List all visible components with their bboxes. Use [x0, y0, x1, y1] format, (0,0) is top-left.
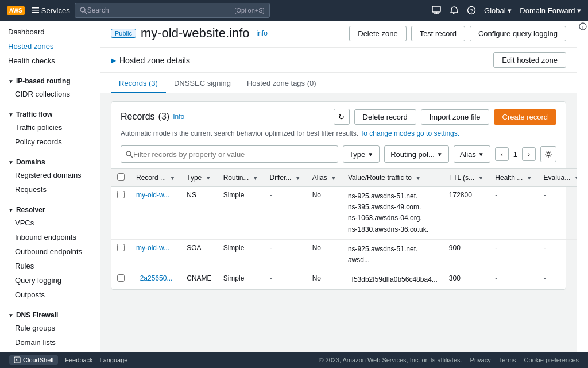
sidebar-item-outbound-endpoints[interactable]: Outbound endpoints	[0, 244, 100, 259]
col-differ: Differ... ▼	[264, 169, 307, 187]
feedback-link[interactable]: Feedback	[65, 356, 92, 363]
delete-record-button[interactable]: Delete record	[354, 109, 416, 125]
delete-zone-button[interactable]: Delete zone	[349, 26, 406, 41]
search-records-input[interactable]	[133, 150, 333, 159]
select-all-checkbox[interactable]	[117, 173, 125, 181]
sidebar-section-resolver[interactable]: ▼ Resolver	[0, 201, 100, 216]
tab-records[interactable]: Records (3)	[111, 73, 166, 93]
sidebar-item-registered-domains[interactable]: Registered domains	[0, 168, 100, 182]
sidebar-section-traffic-flow[interactable]: ▼ Traffic flow	[0, 106, 100, 120]
row-checkbox[interactable]	[117, 191, 125, 198]
alias-filter-chevron: ▼	[478, 151, 484, 158]
pagination-prev-button[interactable]: ‹	[495, 147, 509, 161]
sidebar-item-query-logging[interactable]: Query logging	[0, 273, 100, 288]
col-differ-sort-icon[interactable]: ▼	[295, 175, 301, 181]
sidebar-item-rules[interactable]: Rules	[0, 259, 100, 273]
record-value-cell: ns-925.awsdns-51.net. awsd...	[342, 239, 443, 270]
refresh-button[interactable]: ↻	[334, 109, 350, 125]
col-alias: Alias ▼	[307, 169, 342, 187]
monitor-icon[interactable]	[431, 5, 442, 16]
col-ttl-sort-icon[interactable]: ▼	[478, 175, 483, 181]
sidebar-item-health-checks[interactable]: Health checks	[0, 53, 100, 68]
sidebar-item-requests[interactable]: Requests	[0, 182, 100, 197]
col-record-name: Record ... ▼	[130, 169, 181, 187]
ip-routing-arrow: ▼	[8, 78, 14, 85]
record-routing-cell: Simple	[218, 187, 264, 240]
sidebar-section-domains[interactable]: ▼ Domains	[0, 154, 100, 168]
record-health-cell: -	[489, 239, 537, 270]
col-value: Value/Route traffic to ▼	[342, 169, 443, 187]
record-alias-cell: No	[307, 187, 342, 240]
col-record-sort-icon[interactable]: ▼	[169, 175, 175, 181]
col-health-sort-icon[interactable]: ▼	[527, 175, 532, 181]
col-alias-sort-icon[interactable]: ▼	[331, 175, 336, 181]
col-routing-sort-icon[interactable]: ▼	[253, 175, 258, 181]
sidebar-item-vpcs[interactable]: VPCs	[0, 216, 100, 230]
records-info-link[interactable]: Info	[173, 113, 184, 121]
zone-details-toggle[interactable]: ▶ Hosted zone details	[111, 56, 190, 65]
bell-icon[interactable]	[450, 6, 459, 15]
help-icon[interactable]: ?	[467, 6, 476, 15]
svg-point-12	[547, 153, 550, 156]
col-type-sort-icon[interactable]: ▼	[206, 175, 211, 181]
sidebar-item-outposts[interactable]: Outposts	[0, 288, 100, 302]
type-filter-button[interactable]: Type ▼	[343, 145, 380, 163]
terminal-icon	[14, 356, 21, 363]
table-row: my-old-w... NS Simple - No ns-925.awsdns…	[111, 187, 577, 240]
record-ttl-cell: 300	[443, 270, 489, 290]
domain-forward[interactable]: Domain Forward ▾	[520, 6, 581, 15]
pagination-next-button[interactable]: ›	[522, 147, 536, 161]
edit-hosted-zone-button[interactable]: Edit hosted zone	[493, 52, 566, 68]
top-nav-right: ? Global ▾ Domain Forward ▾	[431, 5, 581, 16]
domains-arrow: ▼	[8, 159, 14, 166]
sidebar-section-dns-firewall[interactable]: ▼ DNS Firewall	[0, 306, 100, 321]
routing-policy-filter-button[interactable]: Routing pol... ▼	[384, 145, 449, 163]
right-panel-info-button[interactable]: i	[577, 21, 589, 32]
search-input[interactable]	[87, 6, 233, 14]
row-checkbox[interactable]	[117, 244, 125, 251]
change-modes-link[interactable]: To change modes go to settings.	[360, 129, 459, 137]
record-evalua-cell: -	[538, 239, 577, 270]
global-search[interactable]: [Option+S]	[75, 3, 270, 18]
page-title-info-link[interactable]: info	[256, 29, 267, 37]
sidebar-item-rule-groups[interactable]: Rule groups	[0, 321, 100, 335]
resolver-arrow: ▼	[8, 207, 14, 213]
test-record-button[interactable]: Test record	[411, 26, 465, 41]
sidebar-item-cidr-collections[interactable]: CIDR collections	[0, 87, 100, 101]
aws-logo: AWS	[7, 6, 25, 15]
tab-dnssec[interactable]: DNSSEC signing	[166, 73, 239, 93]
routing-policy-chevron: ▼	[437, 151, 443, 158]
footer-cookie-preferences-link[interactable]: Cookie preferences	[524, 356, 579, 363]
global-region[interactable]: Global ▾	[484, 6, 512, 15]
tab-hosted-zone-tags[interactable]: Hosted zone tags (0)	[239, 73, 324, 93]
footer-terms-link[interactable]: Terms	[499, 356, 516, 363]
sidebar-item-hosted-zones[interactable]: Hosted zones	[0, 39, 100, 53]
records-panel: Records (3) Info ↻ Delete record Import …	[111, 101, 566, 290]
services-button[interactable]: Services	[32, 6, 70, 15]
sidebar-item-dashboard[interactable]: Dashboard	[0, 25, 100, 39]
record-type-cell: CNAME	[181, 270, 217, 290]
col-routing: Routin... ▼	[218, 169, 264, 187]
record-type-cell: SOA	[181, 239, 217, 270]
sidebar-item-inbound-endpoints[interactable]: Inbound endpoints	[0, 230, 100, 244]
sidebar-section-ip-routing[interactable]: ▼ IP-based routing	[0, 72, 100, 87]
sidebar-item-traffic-policies[interactable]: Traffic policies	[0, 120, 100, 135]
search-records-wrap[interactable]	[121, 145, 338, 163]
record-alias-cell: No	[307, 239, 342, 270]
language-link[interactable]: Language	[100, 356, 128, 363]
record-routing-cell: Simple	[218, 239, 264, 270]
alias-filter-button[interactable]: Alias ▼	[454, 145, 490, 163]
create-record-button[interactable]: Create record	[494, 109, 556, 125]
record-evalua-cell: -	[538, 187, 577, 240]
configure-query-logging-button[interactable]: Configure query logging	[470, 26, 566, 41]
cloudshell-button[interactable]: CloudShell	[9, 355, 58, 365]
col-value-sort-icon[interactable]: ▼	[415, 175, 421, 181]
svg-rect-2	[32, 12, 39, 13]
import-zone-file-button[interactable]: Import zone file	[421, 109, 489, 125]
table-settings-button[interactable]	[540, 146, 556, 162]
tabs-bar: Records (3) DNSSEC signing Hosted zone t…	[100, 73, 577, 93]
sidebar-item-domain-lists[interactable]: Domain lists	[0, 335, 100, 350]
row-checkbox[interactable]	[117, 274, 125, 282]
sidebar-item-policy-records[interactable]: Policy records	[0, 135, 100, 149]
footer-privacy-link[interactable]: Privacy	[470, 356, 491, 363]
